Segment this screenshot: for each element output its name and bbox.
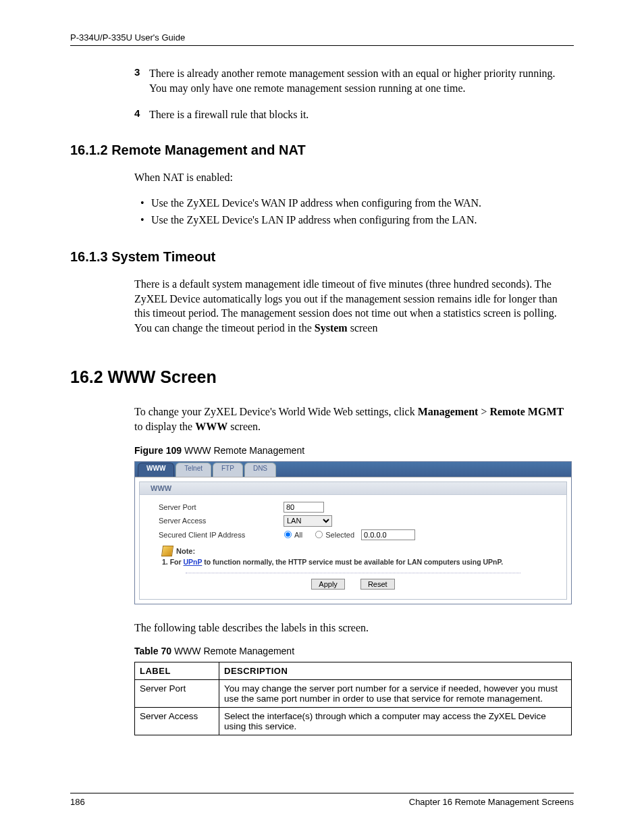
server-access-select[interactable]: LAN [284,515,332,527]
figure-caption: Figure 109 WWW Remote Management [134,445,574,456]
page-number: 186 [70,797,85,807]
cell-description: You may change the server port number fo… [219,680,572,708]
tab-dns[interactable]: DNS [244,463,276,477]
table-row: Server Access Select the interface(s) th… [135,708,572,735]
table-header-label: LABEL [135,662,219,680]
description-table: LABEL DESCRIPTION Server Port You may ch… [134,662,572,735]
page-header: P-334U/P-335U User's Guide [70,32,574,46]
radio-selected-label: Selected [325,531,354,539]
heading-1612: 16.1.2 Remote Management and NAT [70,142,574,158]
page-footer: 186 Chapter 16 Remote Management Screens [70,793,574,807]
text: To change your ZyXEL Device's World Wide… [134,406,418,417]
secured-ip-input[interactable] [361,529,415,540]
table-title: WWW Remote Management [171,646,294,656]
apply-button[interactable]: Apply [311,579,345,590]
note-label: Note: [176,547,195,555]
heading-1613: 16.1.3 System Timeout [70,249,574,265]
radio-all-label: All [294,531,302,539]
note-text: 1. For UPnP to function normally, the HT… [162,558,547,566]
text: screen. [227,421,261,432]
table-caption: Table 70 WWW Remote Management [134,646,574,656]
label-secured-ip: Secured Client IP Address [159,531,284,539]
table-number: Table 70 [134,646,171,656]
figure-screenshot: WWW Telnet FTP DNS WWW Server Port Serve… [134,461,572,604]
paragraph: To change your ZyXEL Device's World Wide… [134,405,574,434]
table-row: Server Port You may change the server po… [135,680,572,708]
text: 1. For [162,558,184,566]
cell-description: Select the interface(s) through which a … [219,708,572,735]
cell-label: Server Access [135,708,219,735]
list-text: There is already another remote manageme… [149,66,574,95]
table-header-description: DESCRIPTION [219,662,572,680]
list-marker: 3 [134,66,149,95]
list-text: There is a firewall rule that blocks it. [149,107,574,122]
label-server-access: Server Access [159,517,284,525]
list-item-3: 3 There is already another remote manage… [134,66,574,95]
list-item-4: 4 There is a firewall rule that blocks i… [134,107,574,122]
upnp-link[interactable]: UPnP [184,558,203,566]
panel-title: WWW [140,482,566,495]
bullet-item: Use the ZyXEL Device's LAN IP address wh… [151,212,574,229]
bold-text: WWW [195,421,227,432]
paragraph: When NAT is enabled: [134,170,574,185]
bullet-item: Use the ZyXEL Device's WAN IP address wh… [151,195,574,212]
bold-text: Remote MGMT [489,406,564,417]
tab-bar: WWW Telnet FTP DNS [135,462,571,477]
bold-text: System [315,322,348,334]
heading-162: 16.2 WWW Screen [70,367,574,387]
paragraph: The following table describes the labels… [134,621,574,635]
text: > [478,406,489,417]
text: to display the [134,421,195,432]
list-marker: 4 [134,107,149,122]
note-icon [161,546,173,556]
panel: WWW Server Port Server Access LAN Secure… [139,481,567,600]
bold-text: Management [418,406,479,417]
figure-title: WWW Remote Management [182,445,304,456]
label-server-port: Server Port [159,503,284,511]
cell-label: Server Port [135,680,219,708]
radio-all[interactable] [284,531,292,538]
paragraph: There is a default system management idl… [134,277,574,335]
tab-www[interactable]: WWW [138,463,174,477]
text: to function normally, the HTTP service m… [202,558,503,566]
tab-telnet[interactable]: Telnet [176,463,211,477]
chapter-label: Chapter 16 Remote Management Screens [409,797,574,807]
server-port-input[interactable] [284,502,324,513]
tab-ftp[interactable]: FTP [213,463,243,477]
text: screen [348,322,378,334]
reset-button[interactable]: Reset [360,579,395,590]
figure-number: Figure 109 [134,445,182,456]
radio-selected[interactable] [315,531,323,538]
